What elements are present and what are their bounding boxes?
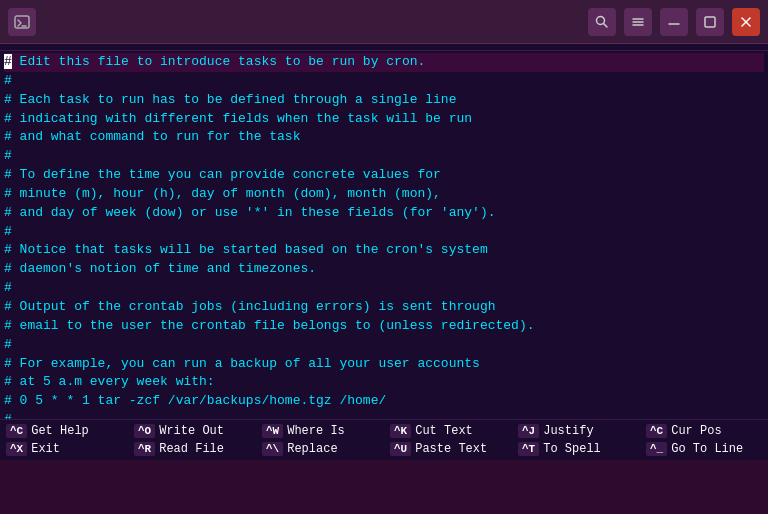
search-button[interactable] <box>588 8 616 36</box>
editor-line: # at 5 a.m every week with: <box>4 373 764 392</box>
editor-line: # For example, you can run a backup of a… <box>4 355 764 374</box>
shortcut-key: ^\ <box>262 442 283 456</box>
shortcut-item[interactable]: ^TTo Spell <box>512 440 640 458</box>
shortcut-key: ^K <box>390 424 411 438</box>
shortcut-item[interactable]: ^CCur Pos <box>640 422 768 440</box>
editor-line: # Notice that tasks will be started base… <box>4 241 764 260</box>
svg-line-3 <box>604 23 608 27</box>
shortcut-item[interactable]: ^KCut Text <box>384 422 512 440</box>
shortcut-key: ^T <box>518 442 539 456</box>
maximize-button[interactable] <box>696 8 724 36</box>
menu-button[interactable] <box>624 8 652 36</box>
editor-line: # 0 5 * * 1 tar -zcf /var/backups/home.t… <box>4 392 764 411</box>
shortcut-item[interactable]: ^JJustify <box>512 422 640 440</box>
minimize-button[interactable] <box>660 8 688 36</box>
shortcut-bar: ^CGet Help^OWrite Out^WWhere Is^KCut Tex… <box>0 419 768 460</box>
editor-line: # <box>4 279 764 298</box>
editor-line: # Output of the crontab jobs (including … <box>4 298 764 317</box>
shortcut-key: ^W <box>262 424 283 438</box>
editor-line: # minute (m), hour (h), day of month (do… <box>4 185 764 204</box>
shortcut-label: Get Help <box>31 424 89 438</box>
shortcut-label: To Spell <box>543 442 601 456</box>
editor-line: # Each task to run has to be defined thr… <box>4 91 764 110</box>
shortcut-label: Read File <box>159 442 224 456</box>
shortcut-item[interactable]: ^RRead File <box>128 440 256 458</box>
shortcut-item[interactable]: ^WWhere Is <box>256 422 384 440</box>
editor-line: # daemon's notion of time and timezones. <box>4 260 764 279</box>
shortcut-label: Cut Text <box>415 424 473 438</box>
svg-rect-8 <box>705 17 715 27</box>
shortcut-item[interactable]: ^_Go To Line <box>640 440 768 458</box>
editor-line: # and what command to run for the task <box>4 128 764 147</box>
terminal-icon <box>8 8 36 36</box>
shortcut-item[interactable]: ^\Replace <box>256 440 384 458</box>
window-controls <box>588 8 760 36</box>
title-bar <box>0 0 768 44</box>
shortcut-label: Justify <box>543 424 593 438</box>
editor-line: # Edit this file to introduce tasks to b… <box>4 53 764 72</box>
shortcut-label: Go To Line <box>671 442 743 456</box>
title-bar-left <box>8 8 68 36</box>
shortcut-item[interactable]: ^CGet Help <box>0 422 128 440</box>
shortcut-item[interactable]: ^UPaste Text <box>384 440 512 458</box>
shortcut-key: ^C <box>6 424 27 438</box>
shortcut-label: Cur Pos <box>671 424 721 438</box>
editor-line: # and day of week (dow) or use '*' in th… <box>4 204 764 223</box>
shortcut-key: ^U <box>390 442 411 456</box>
editor-line: # <box>4 223 764 242</box>
shortcut-key: ^C <box>646 424 667 438</box>
editor-line: # <box>4 72 764 91</box>
shortcut-label: Where Is <box>287 424 345 438</box>
shortcut-item[interactable]: ^OWrite Out <box>128 422 256 440</box>
shortcut-label: Paste Text <box>415 442 487 456</box>
shortcut-key: ^J <box>518 424 539 438</box>
shortcut-label: Replace <box>287 442 337 456</box>
shortcut-label: Exit <box>31 442 60 456</box>
editor-line: # <box>4 411 764 419</box>
shortcut-key: ^X <box>6 442 27 456</box>
editor-line: # email to the user the crontab file bel… <box>4 317 764 336</box>
close-button[interactable] <box>732 8 760 36</box>
shortcut-item[interactable]: ^XExit <box>0 440 128 458</box>
nano-header <box>0 44 768 51</box>
editor-line: # <box>4 336 764 355</box>
shortcut-key: ^O <box>134 424 155 438</box>
shortcut-row-1: ^CGet Help^OWrite Out^WWhere Is^KCut Tex… <box>0 422 768 440</box>
editor-line: # <box>4 147 764 166</box>
editor-line: # To define the time you can provide con… <box>4 166 764 185</box>
shortcut-key: ^R <box>134 442 155 456</box>
editor-line: # indicating with different fields when … <box>4 110 764 129</box>
shortcut-key: ^_ <box>646 442 667 456</box>
editor-area[interactable]: # Edit this file to introduce tasks to b… <box>0 51 768 419</box>
shortcut-row-2: ^XExit^RRead File^\Replace^UPaste Text^T… <box>0 440 768 458</box>
shortcut-label: Write Out <box>159 424 224 438</box>
cursor: # <box>4 54 12 69</box>
